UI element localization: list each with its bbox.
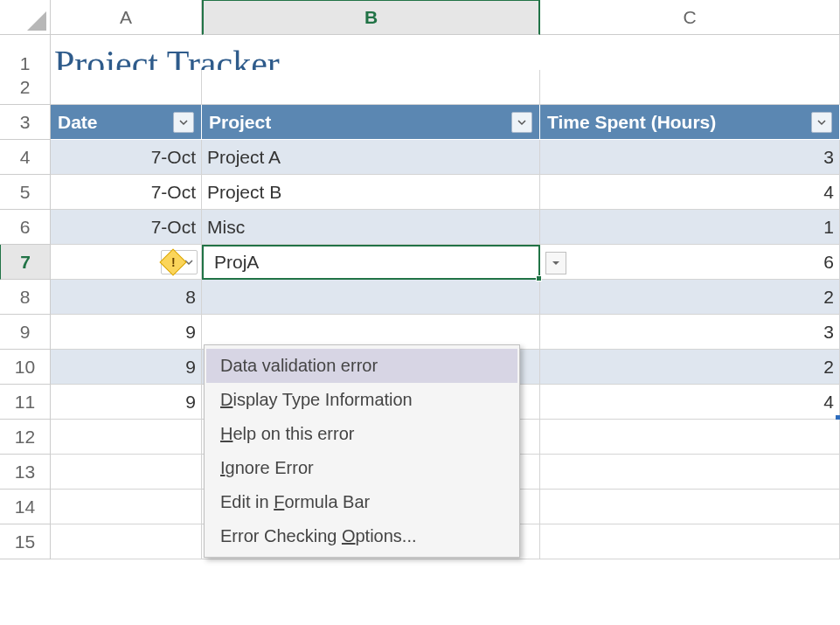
- cell-A4[interactable]: 7-Oct: [51, 140, 202, 175]
- cell-B7-active[interactable]: ! ProjA: [202, 245, 540, 280]
- menu-item-ignore[interactable]: Ignore Error: [206, 451, 517, 485]
- cell-A15[interactable]: [51, 524, 202, 559]
- cell-C4[interactable]: 3: [540, 140, 840, 175]
- cell-C12[interactable]: [540, 420, 840, 455]
- filter-button-project[interactable]: [511, 112, 532, 133]
- cell-C15[interactable]: [540, 524, 840, 559]
- chevron-down-icon: [179, 118, 188, 127]
- warning-icon: !: [159, 248, 186, 275]
- table-header-date[interactable]: Date: [51, 105, 202, 140]
- menu-item-error-options[interactable]: Error Checking Options...: [206, 519, 517, 553]
- col-header-A[interactable]: A: [51, 0, 202, 35]
- fill-handle[interactable]: [536, 275, 542, 281]
- cell-C8[interactable]: 2: [540, 280, 840, 315]
- row-header-2[interactable]: 2: [0, 70, 51, 105]
- menu-item-edit-formula[interactable]: Edit in Formula Bar: [206, 485, 517, 519]
- cell-A12[interactable]: [51, 420, 202, 455]
- menu-item-display-type[interactable]: Display Type Information: [206, 383, 517, 417]
- cell-A14[interactable]: [51, 490, 202, 524]
- cell-C6[interactable]: 1: [540, 210, 840, 245]
- row-header-6[interactable]: 6: [0, 210, 51, 245]
- chevron-down-icon: [517, 118, 526, 127]
- header-label-date: Date: [58, 112, 98, 133]
- cell-C9[interactable]: 3: [540, 315, 840, 350]
- cell-A9[interactable]: 9: [51, 315, 202, 350]
- row-header-11[interactable]: 11: [0, 385, 51, 420]
- cell-B8[interactable]: [202, 280, 540, 315]
- col-header-C[interactable]: C: [540, 0, 840, 35]
- menu-item-validation-error[interactable]: Data validation error: [206, 349, 517, 383]
- row-header-5[interactable]: 5: [0, 175, 51, 210]
- row-header-12[interactable]: 12: [0, 420, 51, 455]
- row-header-14[interactable]: 14: [0, 490, 51, 524]
- table-header-time[interactable]: Time Spent (Hours): [540, 105, 840, 140]
- cell-A2[interactable]: [51, 70, 202, 105]
- row-header-10[interactable]: 10: [0, 350, 51, 385]
- cell-value: 4: [823, 392, 834, 413]
- chevron-down-icon: [552, 260, 560, 267]
- cell-B6[interactable]: Misc: [202, 210, 540, 245]
- row-header-9[interactable]: 9: [0, 315, 51, 350]
- cell-C2[interactable]: [540, 70, 840, 105]
- data-validation-dropdown[interactable]: [545, 252, 566, 274]
- cell-A8[interactable]: 8: [51, 280, 202, 315]
- cell-A5[interactable]: 7-Oct: [51, 175, 202, 210]
- row-header-15[interactable]: 15: [0, 524, 51, 559]
- row-header-13[interactable]: 13: [0, 455, 51, 490]
- row-header-7[interactable]: 7: [0, 245, 51, 280]
- cell-B4[interactable]: Project A: [202, 140, 540, 175]
- cell-C13[interactable]: [540, 455, 840, 490]
- cell-B2[interactable]: [202, 70, 540, 105]
- cell-A6[interactable]: 7-Oct: [51, 210, 202, 245]
- filter-button-date[interactable]: [173, 112, 194, 133]
- active-cell-value: ProjA: [209, 252, 259, 273]
- chevron-down-icon: [817, 118, 826, 127]
- col-header-B[interactable]: B: [202, 0, 540, 35]
- cell-C11[interactable]: 4: [540, 385, 840, 420]
- cell-C7[interactable]: 6: [540, 245, 840, 280]
- cell-A13[interactable]: [51, 455, 202, 490]
- cell-C14[interactable]: [540, 490, 840, 524]
- table-header-project[interactable]: Project: [202, 105, 540, 140]
- cell-A10[interactable]: 9: [51, 350, 202, 385]
- row-header-3[interactable]: 3: [0, 105, 51, 140]
- menu-item-help[interactable]: Help on this error: [206, 417, 517, 451]
- header-label-time: Time Spent (Hours): [547, 112, 716, 133]
- row-header-4[interactable]: 4: [0, 140, 51, 175]
- select-all-corner[interactable]: [0, 0, 51, 35]
- cell-C5[interactable]: 4: [540, 175, 840, 210]
- header-label-project: Project: [209, 112, 271, 133]
- cell-A11[interactable]: 9: [51, 385, 202, 420]
- error-context-menu: Data validation error Display Type Infor…: [204, 344, 520, 558]
- row-header-8[interactable]: 8: [0, 280, 51, 315]
- cell-B5[interactable]: Project B: [202, 175, 540, 210]
- cell-C10[interactable]: 2: [540, 350, 840, 385]
- filter-button-time[interactable]: [811, 112, 832, 133]
- error-smart-tag[interactable]: !: [161, 250, 198, 274]
